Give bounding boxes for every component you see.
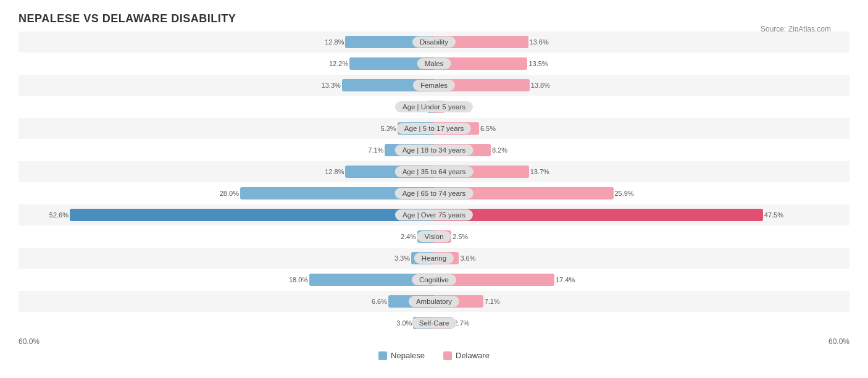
chart-row: 18.0% 17.4% Cognitive — [19, 269, 849, 290]
row-label: Age | Over 75 years — [395, 209, 473, 220]
val-left: 12.2% — [329, 60, 348, 67]
row-label: Age | 18 to 34 years — [395, 145, 474, 156]
chart-row: 2.4% 2.5% Vision — [19, 226, 849, 247]
row-label: Females — [413, 80, 455, 91]
chart-row: 3.3% 3.6% Hearing — [19, 248, 849, 269]
val-right: 7.1% — [485, 298, 500, 305]
row-label: Cognitive — [412, 274, 456, 285]
axis-left: 60.0% — [19, 337, 40, 346]
val-left: 6.6% — [372, 298, 387, 305]
val-right: 25.9% — [615, 190, 634, 197]
chart-row: 5.3% 6.5% Age | 5 to 17 years — [19, 118, 849, 139]
val-right: 3.6% — [460, 254, 475, 262]
val-right: 17.4% — [556, 276, 575, 284]
row-label: Age | Under 5 years — [395, 101, 473, 112]
legend-item: Delaware — [443, 351, 490, 360]
axis-right: 60.0% — [828, 337, 849, 346]
val-left: 5.3% — [380, 125, 396, 132]
chart-row: 3.0% 2.7% Self-Care — [19, 313, 849, 334]
legend-label: Delaware — [456, 351, 490, 360]
val-left: 3.0% — [396, 319, 412, 327]
row-label: Disability — [412, 36, 456, 48]
chart-row: 6.6% 7.1% Ambulatory — [19, 291, 849, 312]
val-left: 52.6% — [49, 211, 69, 219]
val-left: 12.8% — [325, 38, 344, 46]
legend-color — [443, 351, 452, 360]
val-left: 12.8% — [325, 168, 344, 175]
legend: Nepalese Delaware — [19, 351, 849, 360]
row-label: Age | 5 to 17 years — [397, 123, 471, 134]
val-right: 8.2% — [492, 146, 507, 154]
axis-labels: 60.0% 60.0% — [19, 337, 849, 346]
val-right: 13.7% — [530, 168, 549, 175]
row-label: Hearing — [414, 253, 454, 264]
legend-item: Nepalese — [378, 351, 425, 360]
chart-row: 7.1% 8.2% Age | 18 to 34 years — [19, 140, 849, 161]
val-left: 3.3% — [394, 254, 410, 262]
chart-row: 0.97% 1.5% Age | Under 5 years — [19, 96, 849, 117]
chart-row: 28.0% 25.9% Age | 65 to 74 years — [19, 183, 849, 204]
row-label: Males — [417, 58, 451, 69]
row-label: Vision — [417, 231, 451, 242]
val-left: 28.0% — [220, 190, 239, 197]
legend-color — [378, 351, 387, 360]
bar-right — [434, 209, 763, 221]
val-left: 7.1% — [368, 146, 383, 154]
val-right: 2.5% — [453, 233, 468, 240]
val-right: 13.6% — [530, 38, 549, 46]
val-left: 2.4% — [401, 233, 416, 240]
chart-row: 12.8% 13.6% Disability — [19, 32, 849, 52]
chart-area: 12.8% 13.6% Disability 12.2% 13.5% Males… — [19, 32, 849, 334]
chart-row: 52.6% 47.5% Age | Over 75 years — [19, 204, 849, 225]
row-label: Ambulatory — [409, 296, 459, 307]
chart-row: 13.3% 13.8% Females — [19, 75, 849, 96]
val-right: 13.8% — [531, 82, 550, 89]
row-label: Age | 35 to 64 years — [395, 166, 474, 177]
legend-label: Nepalese — [391, 351, 425, 360]
val-right: 47.5% — [764, 211, 783, 219]
val-right: 13.5% — [528, 60, 548, 67]
bar-left — [70, 209, 434, 221]
val-right: 6.5% — [480, 125, 496, 132]
val-left: 18.0% — [289, 276, 308, 284]
chart-row: 12.8% 13.7% Age | 35 to 64 years — [19, 161, 849, 182]
row-label: Self-Care — [412, 317, 457, 329]
row-label: Age | 65 to 74 years — [395, 188, 474, 199]
chart-title: Nepalese vs Delaware Disability — [19, 12, 849, 25]
val-left: 13.3% — [322, 82, 341, 89]
chart-row: 12.2% 13.5% Males — [19, 53, 849, 74]
